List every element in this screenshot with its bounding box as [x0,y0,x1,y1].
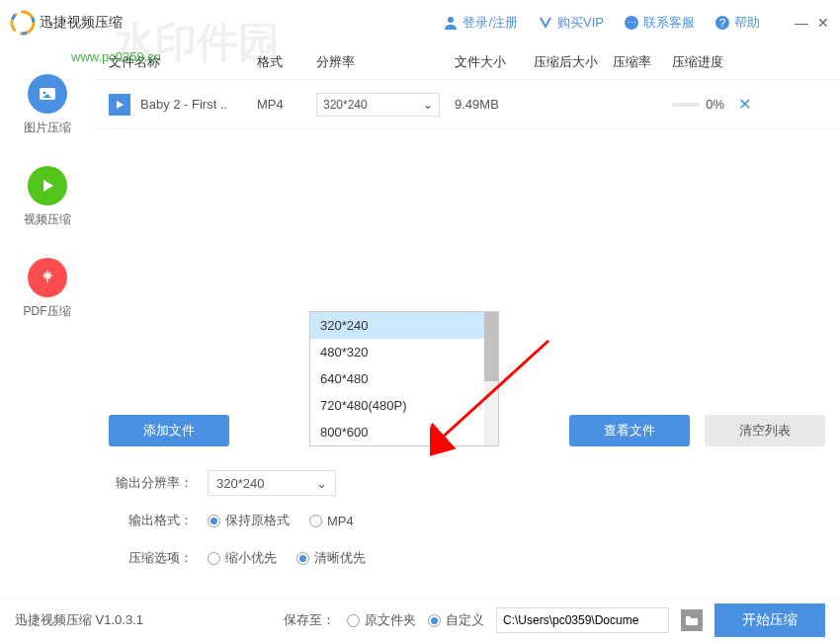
close-button[interactable]: ✕ [816,16,830,30]
vip-icon [538,15,553,31]
vip-link[interactable]: 购买VIP [538,14,604,32]
col-header-progress: 压缩进度 [672,53,751,71]
sidebar-item-label: 视频压缩 [24,211,71,228]
help-link[interactable]: ? 帮助 [714,14,760,32]
compress-option-clear[interactable]: 清晰优先 [296,549,366,567]
col-header-rate: 压缩率 [613,53,672,71]
add-file-button[interactable]: 添加文件 [109,415,229,446]
start-compress-button[interactable]: 开始压缩 [714,603,825,637]
app-logo-icon [10,10,36,36]
format-option-mp4[interactable]: MP4 [309,512,354,529]
save-to-label: 保存至： [284,611,335,629]
save-path-input[interactable] [496,607,669,633]
login-link[interactable]: 登录/注册 [443,14,518,32]
compress-option-label: 压缩选项： [109,549,193,567]
col-header-format: 格式 [257,53,316,71]
minimize-button[interactable]: — [795,16,808,30]
file-name: Baby 2 - First .. [140,97,227,112]
vip-label: 购买VIP [557,14,604,32]
remove-row-button[interactable]: ✕ [738,95,751,114]
svg-point-2 [448,17,454,23]
contact-link[interactable]: ⋯ 联系客服 [624,14,695,32]
pdf-icon [28,258,67,297]
footer: 迅捷视频压缩 V1.0.3.1 保存至： 原文件夹 自定义 开始压缩 [0,598,840,642]
radio-icon [428,614,441,627]
dropdown-option[interactable]: 480*320 [310,339,498,365]
output-format-label: 输出格式： [109,512,193,529]
version-text: 迅捷视频压缩 V1.0.3.1 [15,611,143,629]
sidebar-item-label: PDF压缩 [24,303,71,320]
watermark-url: www.pc0359.cn [71,49,161,64]
login-label: 登录/注册 [462,14,518,32]
save-option-custom[interactable]: 自定义 [428,611,484,629]
help-icon: ? [714,15,730,31]
image-icon [28,74,67,114]
col-header-resolution: 分辨率 [316,53,455,71]
help-label: 帮助 [734,14,760,32]
view-file-button[interactable]: 查看文件 [569,415,690,446]
resolution-select[interactable]: 320*240 ⌄ [316,93,440,117]
sidebar-item-video[interactable]: 视频压缩 [24,166,71,228]
col-header-size: 文件大小 [455,53,534,71]
browse-folder-button[interactable] [681,609,703,631]
table-row: Baby 2 - First .. MP4 320*240 ⌄ 9.49MB 0… [94,80,840,129]
chevron-down-icon: ⌄ [316,476,327,491]
dropdown-option[interactable]: 800*600 [310,419,498,445]
user-icon [443,15,459,31]
col-header-after: 压缩后大小 [534,53,613,71]
radio-icon [208,515,220,527]
dropdown-scrollbar[interactable] [484,312,498,445]
contact-label: 联系客服 [643,14,695,32]
output-resolution-label: 输出分辨率： [109,474,193,492]
dropdown-option[interactable]: 720*480(480P) [310,392,498,419]
radio-icon [347,614,360,627]
radio-icon [208,552,220,565]
file-size: 9.49MB [455,97,534,112]
sidebar-item-label: 图片压缩 [24,120,71,136]
video-icon [28,166,67,205]
svg-text:⋯: ⋯ [628,18,636,28]
resolution-dropdown: 320*240 480*320 640*480 720*480(480P) 80… [309,311,499,446]
content-area: 文件名称 格式 分辨率 文件大小 压缩后大小 压缩率 压缩进度 Baby 2 -… [94,44,840,598]
sidebar-item-pdf[interactable]: PDF压缩 [24,258,71,320]
dropdown-option[interactable]: 320*240 [310,312,498,339]
chat-icon: ⋯ [624,15,639,31]
svg-point-8 [42,92,45,95]
format-option-original[interactable]: 保持原格式 [208,512,290,529]
svg-text:?: ? [719,17,725,29]
app-title: 迅捷视频压缩 [40,14,123,32]
output-resolution-select[interactable]: 320*240 ⌄ [208,470,336,496]
radio-icon [296,552,309,565]
compress-option-small[interactable]: 缩小优先 [208,549,277,567]
sidebar-item-image[interactable]: 图片压缩 [24,74,71,136]
dropdown-option[interactable]: 640*480 [310,365,498,392]
radio-icon [309,515,322,527]
progress-bar [672,103,700,107]
chevron-down-icon: ⌄ [423,98,433,112]
settings-panel: 输出分辨率： 320*240 ⌄ 输出格式： 保持原格式 MP4 [109,464,825,577]
progress-text: 0% [706,97,724,112]
save-option-original[interactable]: 原文件夹 [347,611,416,629]
title-bar: 迅捷视频压缩 登录/注册 购买VIP ⋯ 联系客服 ? 帮助 — ✕ [0,0,840,44]
sidebar: 图片压缩 视频压缩 PDF压缩 [0,44,94,598]
table-header: 文件名称 格式 分辨率 文件大小 压缩后大小 压缩率 压缩进度 [94,44,840,80]
file-format: MP4 [257,97,316,112]
clear-list-button[interactable]: 清空列表 [705,415,825,446]
play-file-icon [109,94,130,116]
